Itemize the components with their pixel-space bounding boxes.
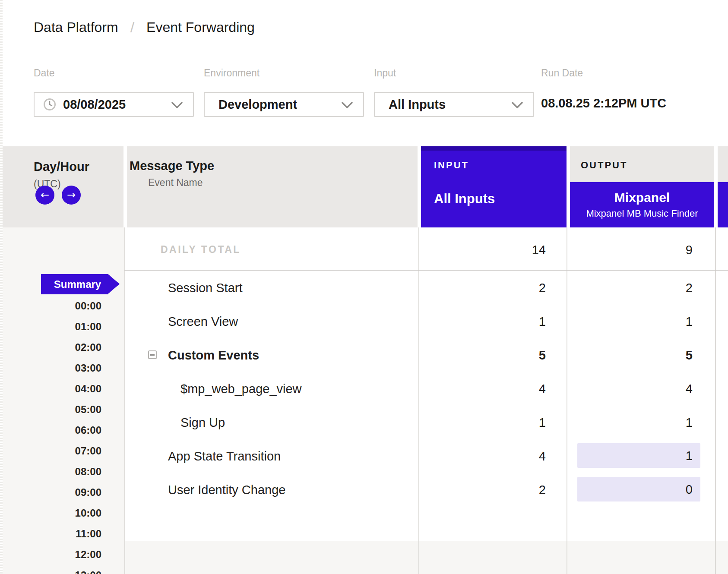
table-footer-band [124,541,728,574]
hour-label[interactable]: 05:00 [0,404,101,416]
daily-total-label: DAILY TOTAL [161,244,241,255]
input-column-accent-strip [421,146,567,151]
daily-total-output-value: 9 [627,243,693,257]
hour-label[interactable]: 10:00 [0,507,101,519]
output-count: 1 [627,416,693,430]
output-count: 0 [641,483,693,497]
header-gap [714,146,718,227]
hour-label[interactable]: 04:00 [0,383,101,395]
table-row: $mp_web_page_view 4 4 [124,372,728,405]
date-filter-label: Date [34,67,55,79]
event-name: $mp_web_page_view [180,382,302,396]
highlighted-output-cell[interactable]: 0 [577,477,700,501]
date-dropdown[interactable]: 08/08/2025 [34,92,194,117]
environment-value: Development [218,98,297,112]
header-gap [123,146,127,227]
input-count: 2 [480,281,546,295]
output-count: 2 [627,281,693,295]
table-row-custom-events: Custom Events 5 5 [124,338,728,372]
next-output-column-partial[interactable] [718,182,728,227]
hour-label[interactable]: 06:00 [0,424,101,436]
chevron-down-icon [342,102,353,109]
table-row: User Identity Change 2 0 [124,473,728,506]
summary-row-marker[interactable]: Summary [41,274,108,294]
chevron-down-icon [512,102,523,109]
input-count: 5 [480,348,546,363]
chevron-down-icon [171,102,183,109]
table-row: Sign Up 1 1 [124,405,728,439]
day-hour-header: Day/Hour [34,160,89,174]
table-body: DAILY TOTAL 14 9 Session Start 2 2 Scree… [0,227,728,574]
input-column-header[interactable]: INPUT All Inputs [421,146,567,227]
table-row: Session Start 2 2 [124,271,728,304]
header-gap [567,146,570,227]
hour-label[interactable]: 02:00 [0,341,101,353]
input-count: 1 [480,416,546,430]
header-gap [418,146,421,227]
hour-label[interactable]: 03:00 [0,362,101,374]
table-row: Screen View 1 1 [124,304,728,338]
hour-label[interactable]: 00:00 [0,300,101,312]
output-count: 5 [627,348,693,363]
output-count: 1 [627,315,693,329]
environment-dropdown[interactable]: Development [204,92,364,117]
page-title: Event Forwarding [146,19,255,35]
table-row: App State Transition 4 1 [124,439,728,473]
previous-day-button[interactable]: ← [35,186,54,205]
run-date-label: Run Date [541,67,583,79]
date-value: 08/08/2025 [63,98,126,112]
input-count: 4 [480,382,546,396]
event-name: Custom Events [168,348,259,363]
hour-label[interactable]: 01:00 [0,321,101,333]
daily-total-row: DAILY TOTAL 14 9 [124,227,728,271]
input-filter-label: Input [374,67,396,79]
message-type-header: Message Type [130,159,214,173]
left-edge-scroll-track [0,0,3,574]
summary-marker-arrow [108,274,120,294]
breadcrumb-separator: / [130,19,134,36]
breadcrumb-data-platform[interactable]: Data Platform [34,19,118,35]
arrow-right-icon: → [67,190,76,200]
collapse-icon[interactable] [148,350,157,359]
table-header: Day/Hour (UTC) ← → Message Type Event Na… [0,146,728,227]
event-name: Sign Up [180,416,225,430]
summary-label: Summary [48,278,101,290]
environment-filter-label: Environment [204,67,260,79]
input-column-name: All Inputs [434,191,495,207]
run-date-value: 08.08.25 2:12PM UTC [541,96,666,110]
next-day-button[interactable]: → [62,186,81,205]
hour-label[interactable]: 09:00 [0,486,101,498]
input-count: 2 [480,483,546,497]
event-name: Session Start [168,281,242,295]
event-name: Screen View [168,315,238,329]
hour-label[interactable]: 13:00 [0,569,101,574]
input-dropdown[interactable]: All Inputs [374,92,534,117]
hour-label[interactable]: 08:00 [0,466,101,478]
filter-bar: Date 08/08/2025 Environment Development [0,55,728,146]
output-column-header[interactable]: Mixpanel Mixpanel MB Music Finder [570,182,714,227]
breadcrumb: Data Platform / Event Forwarding [0,0,728,55]
event-name-subheader: Event Name [148,177,203,189]
input-group-label: INPUT [434,160,469,171]
arrow-left-icon: ← [41,190,49,200]
hour-label[interactable]: 07:00 [0,445,101,457]
output-column-subtitle: Mixpanel MB Music Finder [586,208,698,219]
event-forwarding-page: Data Platform / Event Forwarding Date 08… [0,0,728,574]
event-name: User Identity Change [168,483,285,497]
event-name: App State Transition [168,449,281,464]
output-column-name: Mixpanel [614,190,670,205]
output-group-label: OUTPUT [581,160,627,171]
output-count: 4 [627,382,693,396]
clock-icon [43,98,56,111]
hour-label[interactable]: 11:00 [0,528,101,540]
input-value: All Inputs [389,98,446,112]
input-count: 4 [480,449,546,464]
daily-total-input-value: 14 [480,243,546,257]
output-count: 1 [641,449,693,463]
hour-label[interactable]: 12:00 [0,549,101,561]
highlighted-output-cell[interactable]: 1 [577,443,700,468]
input-count: 1 [480,315,546,329]
